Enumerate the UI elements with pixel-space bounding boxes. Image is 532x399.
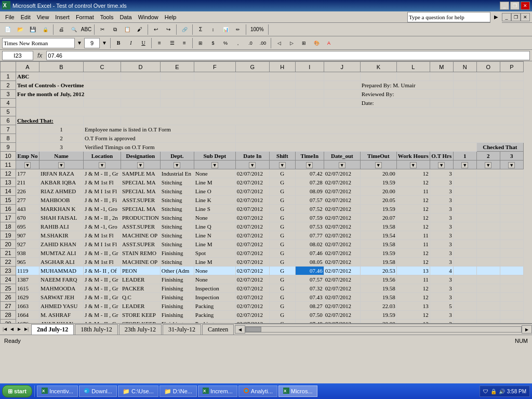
data-cell[interactable]: Stitching	[160, 205, 194, 214]
data-cell[interactable]: 3	[430, 311, 453, 320]
hyperlink-btn[interactable]: 🔗	[179, 24, 190, 35]
data-cell[interactable]	[453, 187, 476, 196]
permission-btn[interactable]: 🔒	[39, 24, 51, 35]
dropdown-timeout[interactable]: ▼	[375, 162, 382, 168]
data-cell[interactable]	[476, 267, 500, 275]
data-cell[interactable]	[453, 258, 476, 267]
filter-c3[interactable]: ▼	[500, 161, 523, 169]
autosum-btn[interactable]: Σ	[195, 24, 206, 35]
data-cell[interactable]: 07.77	[295, 231, 324, 240]
borders-btn[interactable]: ⊞	[298, 37, 310, 49]
data-cell[interactable]	[453, 249, 476, 258]
data-cell[interactable]: ZAHID KHAN	[39, 240, 84, 249]
data-cell[interactable]: 07.42	[295, 169, 324, 178]
data-cell[interactable]: Line M	[194, 240, 235, 249]
data-cell[interactable]: 12	[396, 196, 430, 205]
data-cell[interactable]	[476, 205, 500, 214]
data-cell[interactable]: 19.59	[360, 311, 396, 320]
data-cell[interactable]: 3	[430, 258, 453, 267]
data-cell[interactable]: 02/07/2012	[324, 222, 360, 231]
data-cell[interactable]: MUHAMMAD	[39, 267, 84, 275]
align-left-btn[interactable]: ≡	[154, 37, 165, 49]
data-cell[interactable]: SPECIAL MA	[121, 187, 160, 196]
fill-color-btn[interactable]: 🎨	[311, 37, 322, 49]
data-cell[interactable]	[476, 302, 500, 311]
data-cell[interactable]: STORE KEEP	[121, 320, 160, 324]
filter-subdept[interactable]: ▼	[194, 161, 235, 169]
data-cell[interactable]: Stitching	[160, 258, 194, 267]
data-cell[interactable]: 19.58	[360, 284, 396, 293]
data-cell[interactable]: G	[269, 249, 295, 258]
data-cell[interactable]: G	[269, 214, 295, 222]
data-cell[interactable]: 3	[430, 222, 453, 231]
data-cell[interactable]: 3	[430, 275, 453, 284]
align-center-btn[interactable]: ☰	[166, 37, 178, 49]
dropdown-othrs[interactable]: ▼	[438, 162, 445, 168]
data-cell[interactable]: 927	[16, 240, 39, 249]
data-cell[interactable]: 02/07/2012	[235, 258, 269, 267]
data-cell[interactable]: 3	[430, 178, 453, 187]
close-app-btn[interactable]: ✕	[521, 13, 530, 21]
data-cell[interactable]	[500, 214, 523, 222]
data-cell[interactable]	[500, 205, 523, 214]
col-header-K[interactable]: K	[360, 62, 396, 72]
data-cell[interactable]: 3	[430, 214, 453, 222]
data-cell[interactable]: J & M- II , Of	[84, 267, 121, 275]
data-cell[interactable]: 07.46	[295, 249, 324, 258]
data-cell[interactable]: MACHINE OP	[121, 231, 160, 240]
filter-othrs[interactable]: ▼	[430, 161, 453, 169]
data-cell[interactable]: 177	[16, 169, 39, 178]
data-cell[interactable]: 02/07/2012	[235, 320, 269, 324]
data-cell[interactable]: 277	[16, 196, 39, 205]
data-cell[interactable]: 3	[430, 187, 453, 196]
data-cell[interactable]: G	[269, 311, 295, 320]
align-right-btn[interactable]: ≡	[179, 37, 190, 49]
data-cell[interactable]: 670	[16, 214, 39, 222]
data-cell[interactable]: 07.53	[295, 222, 324, 231]
data-cell[interactable]: Stitching	[160, 240, 194, 249]
data-cell[interactable]: 08.27	[295, 302, 324, 311]
data-cell[interactable]: Stitching	[160, 222, 194, 231]
sheet-last-btn[interactable]: ▶|	[23, 326, 30, 333]
data-cell[interactable]	[500, 249, 523, 258]
data-cell[interactable]: G	[269, 258, 295, 267]
data-cell[interactable]: Industrial En	[160, 169, 194, 178]
data-cell[interactable]: 19.54	[360, 231, 396, 240]
data-cell[interactable]: 02/07/2012	[235, 214, 269, 222]
data-cell[interactable]: 02/07/2012	[235, 169, 269, 178]
data-cell[interactable]: 19.58	[360, 258, 396, 267]
data-cell[interactable]: 3	[430, 320, 453, 324]
row-header-22[interactable]: 22	[1, 258, 16, 267]
data-cell[interactable]: G	[269, 187, 295, 196]
data-cell[interactable]: J & M - II , Gr	[84, 320, 121, 324]
filter-c1[interactable]: ▼	[453, 161, 476, 169]
data-cell[interactable]: 211	[16, 178, 39, 187]
data-cell[interactable]: 12	[396, 205, 430, 214]
font-name-dropdown[interactable]: ▼	[76, 37, 83, 49]
data-cell[interactable]: J & M I 1st Fl	[84, 240, 121, 249]
row-header-25[interactable]: 25	[1, 284, 16, 293]
data-cell[interactable]: 907	[16, 231, 39, 240]
data-cell[interactable]: 20.53	[360, 267, 396, 275]
data-cell[interactable]: 02/07/2012	[324, 275, 360, 284]
data-cell[interactable]	[453, 320, 476, 324]
font-name-input[interactable]	[2, 38, 75, 48]
currency-btn[interactable]: $	[207, 37, 219, 49]
scroll-thumb-h[interactable]	[246, 327, 261, 332]
data-cell[interactable]: J & M - II , Gr	[84, 284, 121, 293]
dropdown-loc[interactable]: ▼	[99, 162, 105, 168]
data-cell[interactable]: 12	[396, 258, 430, 267]
data-cell[interactable]: G	[269, 169, 295, 178]
data-cell[interactable]: 19.58	[360, 293, 396, 302]
data-cell[interactable]: 02/07/2012	[324, 178, 360, 187]
data-cell[interactable]: 965	[16, 258, 39, 267]
menu-help[interactable]: Help	[162, 13, 180, 21]
data-cell[interactable]: 02/07/2012	[235, 302, 269, 311]
data-cell[interactable]	[500, 320, 523, 324]
data-cell[interactable]: MAHMOODA	[39, 284, 84, 293]
menu-file[interactable]: File	[2, 13, 18, 21]
data-cell[interactable]: ASST.SUPER	[121, 222, 160, 231]
data-cell[interactable]: 02/07/2012	[324, 169, 360, 178]
data-cell[interactable]: 3	[430, 205, 453, 214]
increase-decimal-btn[interactable]: .0	[245, 37, 256, 49]
